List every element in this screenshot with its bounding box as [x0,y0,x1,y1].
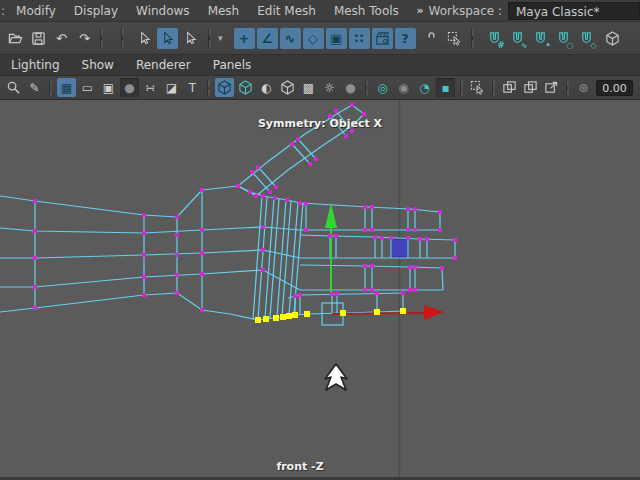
menu-modify[interactable]: Modify [7,0,65,22]
field-chart-button[interactable]: ∺ [141,78,160,97]
select-by-object-icon [160,31,175,46]
pan-zoom-tool-icon [6,80,21,95]
snap-to-view-plane-button[interactable]: ◇ [576,28,597,49]
panel-menu: LightingShowRendererPanels [0,55,640,76]
pan-zoom-2d-icon [544,80,559,95]
menu-windows[interactable]: Windows [127,0,199,22]
toolbar-separator [100,28,103,48]
mask-handles-button[interactable]: ∠ [257,28,278,49]
mask-rendering-icon [375,31,390,46]
shaded-display-icon [238,80,253,95]
grease-pencil-button[interactable]: ✎ [25,78,44,97]
default-material-button[interactable]: ▩ [299,78,318,97]
viewport[interactable]: Symmetry: Object X front -Z [0,100,640,477]
mask-points-button[interactable]: + [234,28,255,49]
panel-menu-panels[interactable]: Panels [202,55,263,76]
menu-edit-mesh[interactable]: Edit Mesh [248,0,325,22]
select-by-component-button[interactable] [180,28,201,49]
pan-zoom-2d-button[interactable] [542,78,561,97]
toolbar-separator [566,80,569,96]
plugin-shading-button[interactable]: ▪ [436,78,455,97]
shaded-display-button[interactable] [236,78,255,97]
lock-selection-button[interactable] [421,28,442,49]
symmetry-hud-label: Symmetry: Object X [240,117,400,130]
isolate-select-button[interactable] [468,78,487,97]
save-scene-button[interactable] [28,28,49,49]
save-scene-icon [31,31,46,46]
snap-sub-glyph: ∿ [521,42,528,50]
toolbar-separator [208,28,211,48]
mask-deformations-button[interactable]: ▣ [326,28,347,49]
grid-toggle-button[interactable]: ▦ [57,78,76,97]
make-live-icon [605,31,620,46]
mask-curves-button[interactable]: ∿ [280,28,301,49]
workspace-label: Workspace : [429,4,508,18]
selection-mask-caret[interactable]: ▾ [215,33,226,43]
film-gate-button[interactable]: ▭ [78,78,97,97]
open-scene-button[interactable] [5,28,26,49]
ambient-occlusion-button[interactable]: ◎ [373,78,392,97]
toolbar-separator [207,80,210,96]
mask-surfaces-button[interactable]: ◇ [303,28,324,49]
exposure-value[interactable]: 0.00 [596,80,633,96]
toolbar-overflow-icon[interactable]: » [410,4,428,17]
wireframe-display-icon [217,80,232,95]
xray-active-button[interactable] [521,78,540,97]
menu-items: ModifyDisplayWindowsMeshEdit MeshMesh To… [7,0,408,22]
xray-active-icon [523,80,538,95]
snap-to-curve-button[interactable]: ∿ [507,28,528,49]
mask-rendering-button[interactable] [372,28,393,49]
menu-mesh-tools[interactable]: Mesh Tools [325,0,408,22]
menu-bar: : ModifyDisplayWindowsMeshEdit MeshMesh … [0,0,640,22]
pan-zoom-tool-button[interactable] [4,78,23,97]
anti-aliasing-button[interactable]: ◔ [415,78,434,97]
select-by-hierarchy-icon [137,31,152,46]
shadows-button[interactable]: ● [341,78,360,97]
snap-to-projected-center-button[interactable]: ○ [553,28,574,49]
toolbar-separator [365,80,368,96]
menu-clipped-item[interactable]: : [0,4,7,18]
workspace-selector[interactable]: Maya Classic* [508,2,640,20]
exposure-icon[interactable]: ⊛ [574,78,593,97]
mask-dynamics-button[interactable]: ∷ [349,28,370,49]
redo-button[interactable]: ↷ [74,28,95,49]
lock-selection-icon [424,31,439,46]
motion-blur-button[interactable]: ◉ [394,78,413,97]
open-scene-icon [8,31,23,46]
panel-menu-lighting[interactable]: Lighting [0,55,71,76]
xray-icon [502,80,517,95]
panel-menu-renderer[interactable]: Renderer [125,55,202,76]
toolbar-separator [49,80,52,96]
status-line: ↶↷▾+∠∿◇▣∷?#∿•○◇ [0,22,640,55]
select-by-component-icon [183,31,198,46]
select-by-object-button[interactable] [157,28,178,49]
safe-action-button[interactable]: ◪ [162,78,181,97]
gate-mask-button[interactable]: ● [120,78,139,97]
camera-hud-label: front -Z [240,460,360,473]
highlight-selection-button[interactable] [444,28,465,49]
panel-menu-show[interactable]: Show [71,55,125,76]
textured-display-button[interactable] [278,78,297,97]
menu-display[interactable]: Display [65,0,127,22]
snap-sub-glyph: # [498,42,505,50]
undo-button[interactable]: ↶ [51,28,72,49]
isolate-select-icon [470,80,485,95]
lighting-toggle-button[interactable]: ☼ [320,78,339,97]
wireframe-display-button[interactable] [215,78,234,97]
wireframe-on-shaded-button[interactable]: ◐ [257,78,276,97]
make-live-button[interactable] [602,28,623,49]
toolbar-separator [492,80,495,96]
xray-button[interactable] [500,78,519,97]
contrast-icon[interactable]: ◑ [636,78,640,97]
snap-sub-glyph: ○ [567,42,574,50]
snap-to-grid-button[interactable]: # [484,28,505,49]
resolution-gate-button[interactable]: ▣ [99,78,118,97]
mask-misc-button[interactable]: ? [395,28,416,49]
snap-to-point-button[interactable]: • [530,28,551,49]
snap-sub-glyph: • [545,42,550,50]
maya-window: : ModifyDisplayWindowsMeshEdit MeshMesh … [0,0,640,480]
select-by-hierarchy-button[interactable] [134,28,155,49]
safe-title-button[interactable]: T [183,78,202,97]
menu-mesh[interactable]: Mesh [199,0,249,22]
snap-sub-glyph: ◇ [590,42,596,50]
